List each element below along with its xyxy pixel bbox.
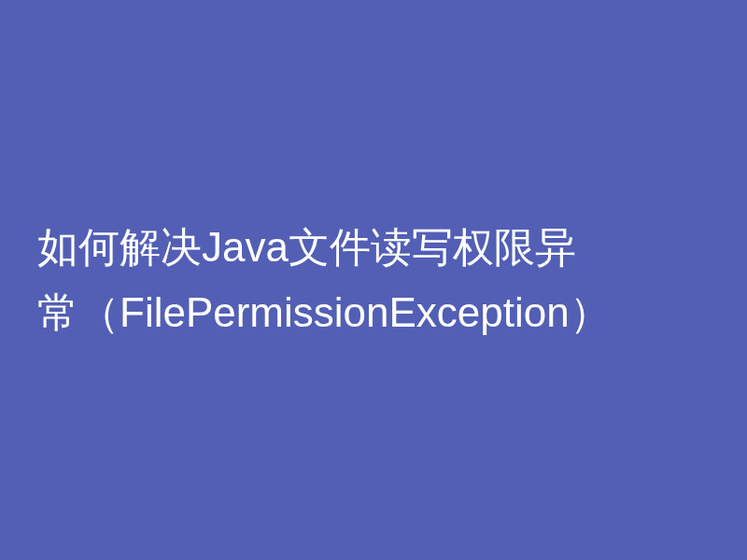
page-heading: 如何解决Java文件读写权限异常（FilePermissionException… — [37, 215, 616, 346]
